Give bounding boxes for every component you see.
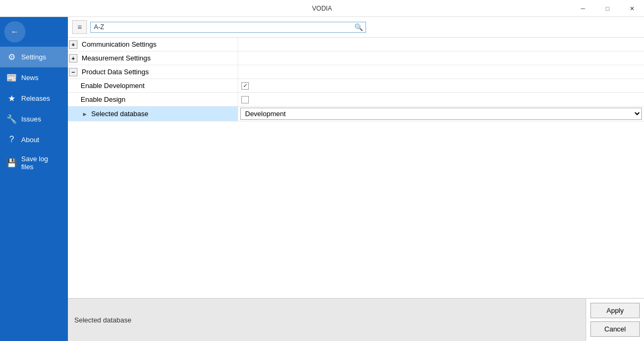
window-title: VODIA (312, 5, 332, 12)
selected-database-value[interactable]: Development Production Test (238, 107, 644, 121)
save-log-icon: 💾 (6, 158, 17, 168)
enable-development-row[interactable]: Enable Development (68, 79, 238, 93)
sidebar-item-settings[interactable]: ⚙ Settings (0, 47, 68, 67)
sidebar: ← ⚙ Settings 📰 News ★ Releases 🔧 Issues … (0, 17, 68, 341)
expand-product-btn[interactable]: − (69, 68, 77, 76)
search-button[interactable]: 🔍 (352, 22, 365, 32)
measurement-settings-label: Measurement Settings (82, 54, 151, 62)
maximize-button[interactable]: □ (595, 0, 620, 17)
about-icon: ? (6, 135, 17, 144)
database-select[interactable]: Development Production Test (241, 108, 641, 119)
product-data-settings-row[interactable]: − Product Data Settings (68, 65, 238, 79)
title-bar: VODIA ─ □ ✕ (0, 0, 644, 17)
enable-design-row[interactable]: Enable Design (68, 93, 238, 107)
table-row: − Product Data Settings (68, 65, 644, 79)
status-bar: Selected database (68, 299, 586, 341)
chevron-right-icon: ► (81, 110, 89, 118)
list-view-button[interactable]: ≡ (72, 20, 87, 34)
filter-label: A-Z (91, 22, 107, 32)
table-row: ► Selected database Development Producti… (68, 107, 644, 121)
settings-panel: + Communication Settings + Measurement S… (68, 38, 644, 298)
sidebar-item-issues[interactable]: 🔧 Issues (0, 109, 68, 129)
cancel-button[interactable]: Cancel (590, 321, 640, 337)
database-dropdown-wrapper[interactable]: Development Production Test (240, 108, 642, 120)
search-box: A-Z 🔍 (90, 22, 366, 33)
measurement-settings-row[interactable]: + Measurement Settings (68, 51, 238, 65)
settings-icon: ⚙ (6, 52, 17, 62)
table-row: + Communication Settings (68, 38, 644, 51)
content-area: ≡ A-Z 🔍 + Communication Settings (68, 17, 644, 341)
table-row: Enable Design (68, 93, 644, 107)
enable-design-label: Enable Design (81, 95, 126, 103)
product-data-settings-value (238, 65, 644, 79)
expand-communication-btn[interactable]: + (69, 40, 77, 49)
search-input[interactable] (107, 22, 352, 32)
search-icon: 🔍 (354, 23, 363, 31)
sidebar-label-releases: Releases (21, 94, 50, 102)
sidebar-item-save-log-files[interactable]: 💾 Save log files (0, 150, 68, 176)
enable-development-checkbox[interactable]: ✓ (241, 82, 249, 90)
sidebar-label-issues: Issues (21, 115, 41, 123)
sidebar-item-news[interactable]: 📰 News (0, 67, 68, 88)
back-button[interactable]: ← (4, 21, 25, 42)
communication-settings-row[interactable]: + Communication Settings (68, 38, 238, 51)
selected-database-row[interactable]: ► Selected database (68, 107, 238, 121)
bottom-area: Selected database Apply Cancel (68, 298, 644, 341)
window-controls: ─ □ ✕ (571, 0, 644, 17)
apply-button[interactable]: Apply (590, 303, 640, 318)
toolbar: ≡ A-Z 🔍 (68, 17, 644, 38)
sidebar-item-releases[interactable]: ★ Releases (0, 88, 68, 109)
status-text: Selected database (74, 316, 132, 324)
list-icon: ≡ (77, 23, 82, 31)
buttons-panel: Apply Cancel (586, 299, 644, 341)
enable-development-value[interactable]: ✓ (238, 79, 644, 93)
releases-icon: ★ (6, 93, 17, 103)
sidebar-item-about[interactable]: ? About (0, 129, 68, 150)
main-container: ← ⚙ Settings 📰 News ★ Releases 🔧 Issues … (0, 17, 644, 341)
sidebar-label-news: News (21, 74, 39, 82)
sidebar-label-about: About (21, 136, 39, 144)
enable-design-checkbox[interactable] (241, 96, 249, 103)
enable-design-value[interactable] (238, 93, 644, 107)
sidebar-label-settings: Settings (21, 53, 46, 61)
communication-settings-value (238, 38, 644, 51)
sidebar-label-save-log: Save log files (21, 155, 62, 171)
news-icon: 📰 (6, 73, 17, 83)
expand-measurement-btn[interactable]: + (69, 54, 77, 63)
table-row: + Measurement Settings (68, 51, 644, 65)
product-data-settings-label: Product Data Settings (82, 68, 149, 76)
close-button[interactable]: ✕ (620, 0, 644, 17)
communication-settings-label: Communication Settings (82, 40, 156, 48)
issues-icon: 🔧 (6, 114, 17, 124)
measurement-settings-value (238, 51, 644, 65)
enable-development-label: Enable Development (81, 82, 145, 90)
selected-database-label: Selected database (91, 110, 149, 118)
table-row: Enable Development ✓ (68, 79, 644, 93)
minimize-button[interactable]: ─ (571, 0, 595, 17)
